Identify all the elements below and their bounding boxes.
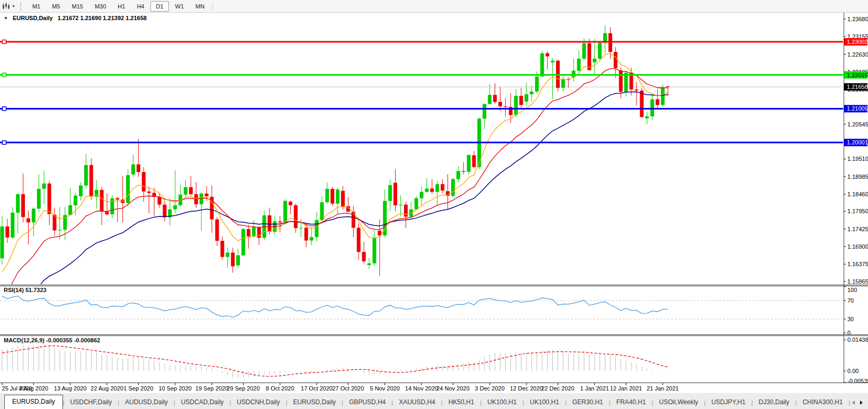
price-tick-label: 1.18460: [847, 191, 868, 197]
date-label: 5 Nov 2020: [370, 385, 400, 392]
timeframe-buttons: M1M5M15M30H1H4D1W1MN: [26, 1, 210, 12]
svg-text:1.21658: 1.21658: [847, 84, 868, 90]
tab-scroll-buttons: [850, 401, 868, 409]
rsi-axis-label: 0: [847, 330, 851, 336]
tab-scroll-right-icon[interactable]: [860, 401, 863, 405]
macd-axis-label: 0.014384: [847, 337, 868, 343]
timeframe-button-m15[interactable]: M15: [67, 1, 88, 12]
timeframe-button-d1[interactable]: D1: [150, 1, 168, 12]
svg-text:1.23002: 1.23002: [847, 39, 868, 45]
chart-tab-dj30-daily[interactable]: DJ30,Daily: [753, 396, 795, 409]
chart-title: ▼ EURUSD,Daily 1.21672 1.21690 1.21392 1…: [4, 15, 147, 21]
date-label: 17 Oct 2020: [301, 385, 333, 392]
hline-handle[interactable]: [3, 73, 6, 77]
chart-tab-usoil-weekly[interactable]: USOil,Weekly: [654, 396, 704, 409]
timeframe-toolbar: ▼ M1M5M15M30H1H4D1W1MN: [0, 0, 868, 13]
hline-handle[interactable]: [3, 141, 6, 144]
rsi-axis-label: 70: [847, 297, 854, 304]
price-tick-label: 1.15865: [847, 278, 868, 285]
date-label: 1 Sep 2020: [123, 385, 153, 392]
macd-axis-label: -0.005396: [847, 378, 868, 384]
price-tick-label: 1.17950: [847, 208, 868, 214]
date-label: 10 Sep 2020: [159, 385, 192, 392]
price-badge-1.22016: 1.22016: [844, 71, 868, 79]
date-label: 19 Sep 2020: [195, 385, 228, 392]
price-badge-1.21009: 1.21009: [844, 105, 868, 112]
rsi-pane: [0, 296, 844, 319]
ma-mid-line: [2, 69, 668, 298]
timeframe-button-w1[interactable]: W1: [170, 1, 190, 12]
svg-text:1.22016: 1.22016: [847, 72, 868, 78]
date-label: 1 Jan 2021: [580, 385, 609, 392]
date-label: 12 Jan 2021: [610, 385, 642, 392]
price-tick-label: 1.20545: [847, 121, 868, 128]
rsi-axis-label: 100: [847, 287, 857, 293]
chart-tab-usdchf-daily[interactable]: USDCHF,Daily: [65, 396, 118, 409]
chart-tab-eurusd-daily[interactable]: EURUSD,Daily: [4, 395, 63, 409]
rsi-line: [2, 296, 668, 317]
date-label: 22 Dec 2020: [541, 385, 574, 392]
timeframe-button-h4[interactable]: H4: [131, 1, 149, 12]
date-label: 27 Oct 2020: [332, 385, 364, 392]
chart-tabs: EURUSD,Daily|USDCHF,Daily|AUDUSD,Daily|U…: [0, 394, 850, 409]
hline-handle[interactable]: [3, 107, 6, 111]
date-label: 21 Jan 2021: [647, 385, 679, 392]
chart-tab-ger30-h1[interactable]: GER30,H1: [567, 396, 609, 409]
chart-style-button[interactable]: ▼: [0, 0, 17, 12]
tab-scroll-left-icon[interactable]: [852, 401, 855, 405]
chart-tab-bar: EURUSD,Daily|USDCHF,Daily|AUDUSD,Daily|U…: [0, 392, 868, 409]
date-label: 8 Oct 2020: [266, 385, 294, 392]
toolbar-grip[interactable]: [20, 2, 24, 11]
chart-symbol-label: EURUSD,Daily: [13, 15, 53, 21]
price-axis: 1.236801.231551.226301.221051.215801.210…: [844, 16, 868, 384]
date-label: 14 Nov 2020: [405, 385, 438, 392]
date-label: 29 Sep 2020: [227, 385, 259, 392]
svg-text:1.21009: 1.21009: [847, 105, 868, 112]
chart-tab-usdcnh-daily[interactable]: USDCNH,Daily: [231, 396, 285, 409]
chart-tab-uk100-h1[interactable]: UK100,H1: [481, 396, 522, 409]
collapse-arrow-icon[interactable]: ▼: [4, 16, 8, 21]
main-pane: [0, 25, 844, 328]
date-label: 3 Dec 2020: [475, 385, 505, 392]
timeframe-button-h1[interactable]: H1: [112, 1, 130, 12]
timeframe-button-mn[interactable]: MN: [190, 1, 210, 12]
mt4-window: ▼ M1M5M15M30H1H4D1W1MN 1.236801.231551.2…: [0, 0, 868, 409]
price-tick-label: 1.16900: [847, 243, 868, 250]
macd-axis-label: 0.00: [847, 368, 858, 374]
candlestick-chart-icon: [2, 3, 10, 10]
chart-tab-eurusd-daily[interactable]: EURUSD,Daily: [287, 396, 342, 409]
chart-tab-uk100-h1[interactable]: UK100,H1: [524, 396, 565, 409]
rsi-axis-label: 30: [847, 316, 854, 322]
macd-pane: [2, 344, 668, 378]
date-label: 4 Aug 2020: [19, 385, 49, 392]
chart-tab-gbpusd-h4[interactable]: GBPUSD,H4: [343, 396, 391, 409]
chart-tab-xauusd-h4[interactable]: XAUUSD,H4: [393, 396, 441, 409]
price-badge-1.21658: 1.21658: [844, 83, 868, 90]
toolbar-separator: [212, 2, 213, 11]
price-tick-label: 1.19510: [847, 156, 868, 162]
rsi-indicator-label: RSI(14) 51.7323: [4, 287, 47, 293]
chart-tab-usdjpy-h1[interactable]: USDJPY,H1: [705, 396, 751, 409]
dropdown-caret-icon: ▼: [12, 4, 15, 8]
timeframe-button-m1[interactable]: M1: [27, 1, 46, 12]
timeframe-button-m5[interactable]: M5: [47, 1, 65, 12]
price-tick-label: 1.22630: [847, 51, 868, 58]
hline-handle[interactable]: [3, 40, 6, 44]
date-label: 12 Dec 2020: [510, 385, 543, 392]
chart-ohlc-values: 1.21672 1.21690 1.21392 1.21658: [58, 15, 147, 21]
price-badge-1.23002: 1.23002: [844, 38, 868, 46]
chart-tab-fra40-h1[interactable]: FRA40,H1: [611, 396, 652, 409]
timeframe-button-m30[interactable]: M30: [90, 1, 111, 12]
svg-text:1.20001: 1.20001: [847, 139, 868, 146]
chart-tab-usdcad-daily[interactable]: USDCAD,Daily: [175, 396, 230, 409]
candles: [1, 25, 670, 276]
price-tick-label: 1.16375: [847, 261, 868, 267]
chart-tab-audusd-daily[interactable]: AUDUSD,Daily: [119, 396, 174, 409]
macd-indicator-label: MACD(12,26,9) -0.000355 -0.000862: [4, 337, 100, 343]
price-badge-1.20001: 1.20001: [844, 139, 868, 146]
date-label: 13 Aug 2020: [54, 385, 87, 392]
price-tick-label: 1.18985: [847, 174, 868, 180]
chart-tab-china300-h1[interactable]: CHINA300,H1: [797, 396, 848, 409]
date-label: 24 Nov 2020: [436, 385, 469, 392]
chart-tab-hk50-h1[interactable]: HK50,H1: [443, 396, 480, 409]
